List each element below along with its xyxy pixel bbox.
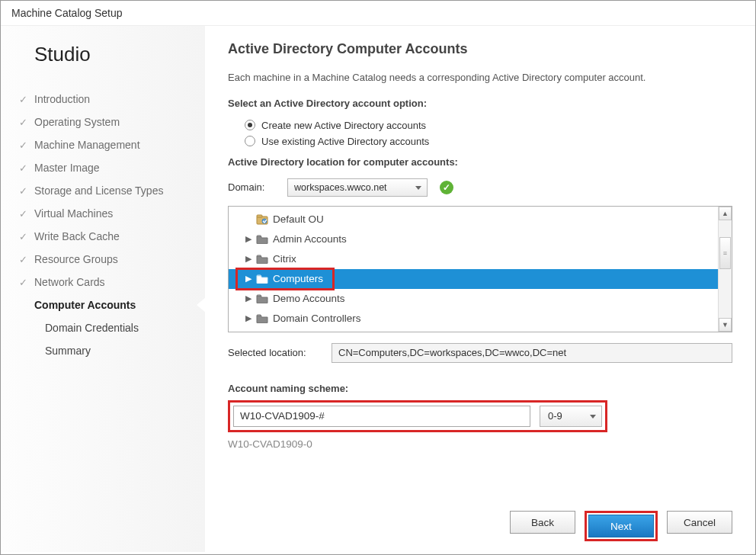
wizard-step-summary[interactable]: Summary (1, 339, 205, 362)
scroll-thumb[interactable] (719, 237, 731, 269)
account-option-radios: Create new Active Directory accounts Use… (245, 115, 732, 152)
expander-icon[interactable]: ▶ (244, 274, 253, 284)
wizard-step-operating-system[interactable]: Operating System (1, 111, 205, 133)
tree-node-label: Computers (273, 273, 323, 284)
ou-tree: Default OU▶Admin Accounts▶Citrix▶Compute… (228, 206, 732, 332)
tree-node-label: Admin Accounts (273, 233, 347, 245)
back-button[interactable]: Back (510, 511, 575, 534)
scroll-down-icon[interactable]: ▼ (719, 318, 732, 332)
ou-icon (256, 214, 268, 225)
selected-location-value: CN=Computers,DC=workspaces,DC=wwco,DC=ne… (338, 347, 566, 358)
tree-scrollbar[interactable]: ▲ ▼ (718, 207, 732, 332)
tree-node-computers[interactable]: ▶Computers (229, 269, 718, 289)
page-title: Active Directory Computer Accounts (228, 41, 732, 57)
account-option-heading: Select an Active Directory account optio… (228, 98, 732, 109)
wizard-step-machine-management[interactable]: Machine Management (1, 133, 205, 156)
scroll-track[interactable] (719, 220, 732, 318)
radio-icon (245, 120, 255, 130)
radio-create-new[interactable]: Create new Active Directory accounts (245, 120, 732, 131)
tree-node-admin-accounts[interactable]: ▶Admin Accounts (229, 229, 718, 249)
wizard-step-domain-credentials[interactable]: Domain Credentials (1, 316, 205, 339)
tree-node-label: Domain Controllers (273, 313, 361, 324)
wizard-step-introduction[interactable]: Introduction (1, 88, 205, 111)
svg-rect-1 (257, 215, 262, 217)
scroll-up-icon[interactable]: ▲ (719, 207, 732, 220)
tree-node-demo-accounts[interactable]: ▶Demo Accounts (229, 289, 718, 309)
tree-node-citrix[interactable]: ▶Citrix (229, 249, 718, 269)
expander-icon[interactable]: ▶ (244, 294, 253, 303)
wizard-step-virtual-machines[interactable]: Virtual Machines (1, 202, 205, 225)
expander-icon[interactable]: ▶ (244, 313, 253, 323)
sidebar-heading: Studio (1, 43, 205, 88)
wizard-step-computer-accounts[interactable]: Computer Accounts (1, 294, 205, 316)
naming-scheme-value: W10-CVAD1909-# (240, 410, 325, 422)
wizard-step-write-back-cache[interactable]: Write Back Cache (1, 225, 205, 248)
wizard-step-storage-and-license-types[interactable]: Storage and License Types (1, 179, 205, 202)
radio-label: Use existing Active Directory accounts (261, 136, 429, 147)
radio-use-existing[interactable]: Use existing Active Directory accounts (245, 136, 732, 147)
tree-node-label: Default OU (273, 213, 324, 225)
wizard-steps-list: IntroductionOperating SystemMachine Mana… (1, 88, 205, 362)
domain-value: workspaces.wwco.net (294, 182, 387, 193)
wizard-step-resource-groups[interactable]: Resource Groups (1, 248, 205, 271)
folder-icon (256, 274, 268, 284)
highlight-box-naming: W10-CVAD1909-# 0-9 (228, 400, 607, 432)
expander-icon[interactable]: ▶ (244, 254, 253, 264)
selected-location-row: Selected location: CN=Computers,DC=works… (228, 343, 732, 363)
domain-dropdown[interactable]: workspaces.wwco.net (287, 178, 428, 197)
intro-text: Each machine in a Machine Catalog needs … (228, 71, 732, 85)
naming-scheme-label: Account naming scheme: (228, 383, 732, 394)
tree-node-default-ou[interactable]: Default OU (229, 210, 718, 229)
sidebar: Studio IntroductionOperating SystemMachi… (1, 26, 205, 552)
domain-label: Domain: (228, 181, 287, 193)
tree-node-label: Demo Accounts (273, 293, 345, 304)
wizard-buttons: Back Next Cancel (228, 500, 732, 541)
expander-icon[interactable]: ▶ (244, 234, 253, 244)
folder-icon (256, 294, 268, 303)
radio-label: Create new Active Directory accounts (261, 120, 426, 131)
wizard-step-master-image[interactable]: Master Image (1, 156, 205, 179)
radio-icon (245, 136, 255, 146)
highlight-box-next: Next (585, 511, 658, 541)
naming-type-dropdown[interactable]: 0-9 (540, 406, 602, 427)
naming-type-value: 0-9 (548, 410, 562, 422)
naming-scheme-section: Account naming scheme: W10-CVAD1909-# 0-… (228, 378, 732, 450)
main-panel: Active Directory Computer Accounts Each … (205, 26, 755, 552)
naming-scheme-input[interactable]: W10-CVAD1909-# (233, 406, 530, 427)
naming-preview: W10-CVAD1909-0 (228, 438, 732, 450)
domain-row: Domain: workspaces.wwco.net ✓ (228, 178, 732, 197)
selected-location-field: CN=Computers,DC=workspaces,DC=wwco,DC=ne… (332, 343, 732, 363)
next-button[interactable]: Next (588, 515, 654, 537)
wizard-step-network-cards[interactable]: Network Cards (1, 271, 205, 294)
folder-icon (256, 254, 268, 264)
window-title: Machine Catalog Setup (1, 1, 755, 26)
content-area: Studio IntroductionOperating SystemMachi… (1, 26, 755, 552)
folder-icon (256, 313, 268, 323)
selected-location-label: Selected location: (228, 347, 332, 358)
tree-node-domain-controllers[interactable]: ▶Domain Controllers (229, 309, 718, 329)
cancel-button[interactable]: Cancel (667, 511, 732, 534)
check-ok-icon: ✓ (440, 181, 453, 194)
tree-node-label: Citrix (273, 253, 296, 265)
ad-location-heading: Active Directory location for computer a… (228, 156, 732, 168)
folder-icon (256, 234, 268, 244)
